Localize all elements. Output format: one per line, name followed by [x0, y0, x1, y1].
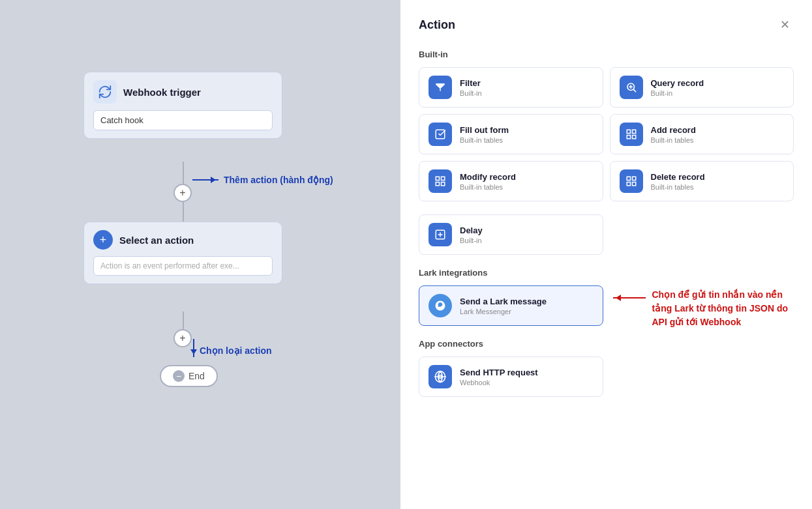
svg-rect-13	[627, 177, 630, 180]
add-record-info: Add record Built-in tables	[651, 125, 696, 144]
end-label: End	[188, 371, 205, 381]
action-card-fill-form[interactable]: Fill out form Built-in tables	[419, 114, 603, 154]
svg-rect-16	[632, 182, 635, 186]
action-card-filter[interactable]: Filter Built-in	[419, 67, 603, 108]
svg-rect-15	[627, 182, 630, 186]
panel-title: Action	[419, 18, 455, 32]
lark-message-icon	[429, 294, 452, 317]
fill-form-sub: Built-in tables	[460, 136, 509, 144]
svg-rect-7	[627, 136, 630, 139]
filter-icon	[429, 76, 452, 99]
http-request-name: Send HTTP request	[460, 368, 538, 377]
webhook-node: Webhook trigger	[83, 72, 282, 139]
left-panel: Webhook trigger + Thêm action (hành động…	[0, 0, 400, 509]
add-record-icon	[620, 123, 643, 146]
right-panel: Action ✕ Built-in Filter Built-in Query …	[400, 0, 812, 509]
add-arrow	[192, 179, 218, 181]
add-annotation-text: Thêm action (hành động)	[224, 175, 333, 185]
delete-record-name: Delete record	[651, 172, 705, 182]
action-card-delay[interactable]: Delay Built-in	[419, 214, 603, 255]
http-request-info: Send HTTP request Webhook	[460, 368, 538, 386]
svg-rect-6	[632, 130, 635, 133]
fill-form-info: Fill out form Built-in tables	[460, 125, 509, 144]
query-record-info: Query record Built-in	[651, 78, 704, 97]
select-node-header: + Select an action	[93, 230, 273, 250]
close-button[interactable]: ✕	[775, 16, 794, 34]
lark-label: Lark integrations	[419, 268, 794, 278]
webhook-icon	[93, 80, 117, 104]
svg-rect-8	[632, 136, 635, 139]
svg-rect-10	[442, 177, 445, 180]
lark-message-sub: Lark Messenger	[460, 308, 547, 315]
select-action-node: + Select an action Action is an event pe…	[83, 222, 282, 284]
action-placeholder: Action is an event performed after exe..…	[93, 256, 273, 276]
end-node[interactable]: − End	[160, 365, 218, 387]
modify-record-icon	[429, 169, 452, 193]
query-record-icon	[620, 76, 643, 99]
delete-record-info: Delete record Built-in tables	[651, 172, 705, 191]
choose-annotation: Chọn loại action	[193, 339, 272, 357]
lark-annotation-arrow	[613, 297, 646, 298]
builtin-label: Built-in	[419, 50, 794, 59]
filter-info: Filter Built-in	[460, 78, 482, 97]
action-card-add-record[interactable]: Add record Built-in tables	[610, 114, 794, 154]
add-annotation: Thêm action (hành động)	[192, 175, 333, 185]
filter-sub: Built-in	[460, 89, 482, 97]
svg-rect-11	[436, 182, 439, 186]
delay-sub: Built-in	[460, 237, 483, 244]
add-record-name: Add record	[651, 125, 696, 135]
query-record-sub: Built-in	[651, 89, 704, 97]
connector-line-1	[183, 162, 184, 186]
fill-form-icon	[429, 123, 452, 146]
add-record-sub: Built-in tables	[651, 136, 696, 144]
connectors-label: App connectors	[419, 339, 794, 349]
modify-record-info: Modify record Built-in tables	[460, 172, 516, 191]
end-minus-icon: −	[173, 370, 185, 382]
http-request-sub: Webhook	[460, 379, 538, 386]
add-action-button-2[interactable]: +	[173, 329, 192, 347]
lark-annotation-text: Chọn để gửi tin nhắn vào nền tảng Lark t…	[652, 288, 794, 329]
builtin-actions-grid: Filter Built-in Query record Built-in Fi…	[419, 67, 794, 201]
delay-name: Delay	[460, 225, 483, 235]
choose-arrow	[193, 339, 194, 357]
action-card-http-request[interactable]: Send HTTP request Webhook	[419, 356, 603, 397]
svg-rect-14	[632, 177, 635, 180]
webhook-node-title: Webhook trigger	[123, 87, 201, 98]
action-card-modify-record[interactable]: Modify record Built-in tables	[419, 161, 603, 201]
svg-rect-12	[442, 182, 445, 186]
modify-record-sub: Built-in tables	[460, 183, 516, 191]
action-card-delete-record[interactable]: Delete record Built-in tables	[610, 161, 794, 201]
panel-header: Action ✕	[419, 16, 794, 34]
lark-annotation-container: Chọn để gửi tin nhắn vào nền tảng Lark t…	[613, 288, 794, 329]
filter-name: Filter	[460, 78, 482, 88]
http-request-icon	[429, 365, 452, 388]
svg-rect-4	[436, 130, 445, 139]
query-record-name: Query record	[651, 78, 704, 88]
select-node-title: Select an action	[119, 235, 194, 246]
svg-rect-5	[627, 130, 630, 133]
svg-point-21	[439, 307, 442, 309]
action-card-query-record[interactable]: Query record Built-in	[610, 67, 794, 108]
lark-section: Send a Lark message Lark Messenger Chọn …	[419, 285, 794, 326]
delay-icon	[429, 223, 452, 246]
modify-record-name: Modify record	[460, 172, 516, 182]
svg-rect-9	[436, 177, 439, 180]
delete-record-sub: Built-in tables	[651, 183, 705, 191]
lark-message-name: Send a Lark message	[460, 297, 547, 306]
choose-annotation-text: Chọn loại action	[200, 345, 272, 356]
svg-line-1	[633, 89, 635, 91]
fill-form-name: Fill out form	[460, 125, 509, 135]
lark-message-info: Send a Lark message Lark Messenger	[460, 297, 547, 315]
delay-info: Delay Built-in	[460, 225, 483, 244]
action-card-lark-message[interactable]: Send a Lark message Lark Messenger	[419, 285, 603, 326]
webhook-node-header: Webhook trigger	[93, 80, 273, 104]
select-plus-icon: +	[93, 230, 113, 250]
add-action-button[interactable]: +	[173, 184, 192, 202]
catch-hook-input[interactable]	[93, 110, 273, 130]
delete-record-icon	[620, 169, 643, 193]
